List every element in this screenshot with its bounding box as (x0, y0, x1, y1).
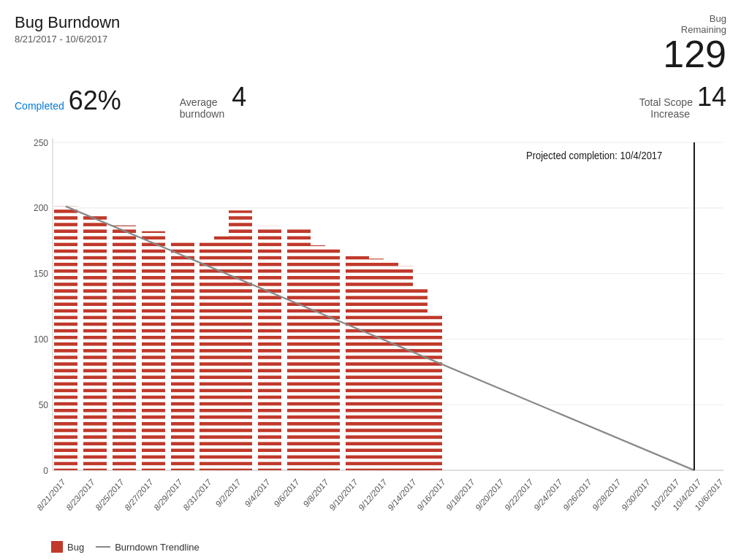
svg-text:150: 150 (34, 267, 48, 279)
avg-burndown-label: Averageburndown (180, 96, 227, 120)
x-label-16: 9/22/2017 (503, 477, 534, 513)
bar-0 (54, 207, 77, 470)
bar-2 (113, 226, 136, 470)
bar-4 (171, 240, 194, 470)
chart-title: Bug Burndown (15, 13, 120, 32)
x-label-19: 9/28/2017 (590, 477, 622, 513)
x-label-4: 8/29/2017 (152, 477, 183, 513)
x-label-1: 8/23/2017 (64, 477, 96, 513)
completed-stat: Completed 62% (15, 85, 121, 116)
trendline-legend-label: Burndown Trendline (115, 542, 200, 553)
x-label-14: 9/18/2017 (444, 477, 476, 513)
main-container: Bug Burndown 8/21/2017 - 10/6/2017 BugRe… (0, 0, 741, 560)
x-label-8: 9/6/2017 (272, 477, 300, 509)
bug-remaining-section: BugRemaining 129 (663, 13, 726, 73)
chart-area: 0 50 100 150 200 250 (15, 130, 726, 537)
bar-3 (142, 231, 165, 470)
header-row: Bug Burndown 8/21/2017 - 10/6/2017 BugRe… (15, 13, 726, 73)
bar-17 (419, 314, 442, 470)
completed-label: Completed (15, 100, 64, 112)
svg-text:0: 0 (43, 464, 48, 476)
chart-svg: 0 50 100 150 200 250 (15, 130, 726, 537)
bar-7 (229, 210, 252, 470)
svg-text:250: 250 (34, 137, 48, 148)
total-scope-label: Total ScopeIncrease (639, 96, 693, 120)
svg-text:50: 50 (39, 399, 48, 410)
bug-legend-label: Bug (67, 542, 84, 553)
avg-burndown-stat: Averageburndown 4 (180, 82, 246, 120)
date-range: 8/21/2017 - 10/6/2017 (15, 34, 120, 45)
x-label-18: 9/26/2017 (561, 477, 593, 513)
x-label-9: 9/8/2017 (301, 477, 330, 509)
x-label-12: 9/14/2017 (386, 477, 417, 513)
x-label-3: 8/27/2017 (123, 477, 154, 513)
x-label-10: 9/10/2017 (327, 477, 359, 513)
x-label-0: 8/21/2017 (35, 477, 66, 513)
bar-8 (258, 226, 281, 470)
svg-text:200: 200 (34, 202, 48, 214)
x-label-2: 8/25/2017 (94, 477, 125, 513)
x-label-17: 9/24/2017 (532, 477, 563, 513)
avg-burndown-value: 4 (232, 82, 246, 112)
total-scope-value: 14 (697, 82, 726, 112)
svg-text:100: 100 (34, 333, 48, 345)
bar-1 (83, 215, 107, 470)
x-label-15: 9/20/2017 (474, 477, 505, 513)
completed-value: 62% (69, 85, 121, 116)
legend-trendline: Burndown Trendline (96, 542, 200, 553)
x-label-7: 9/4/2017 (243, 477, 271, 509)
title-section: Bug Burndown 8/21/2017 - 10/6/2017 (15, 13, 120, 45)
legend: Bug Burndown Trendline (15, 541, 726, 553)
bug-swatch (51, 541, 63, 553)
bug-remaining-value: 129 (663, 35, 726, 73)
x-label-5: 8/31/2017 (181, 477, 213, 513)
legend-bug: Bug (51, 541, 84, 553)
x-label-6: 9/2/2017 (213, 477, 242, 509)
x-label-11: 9/12/2017 (357, 477, 388, 513)
trendline-swatch (96, 546, 110, 548)
x-label-20: 9/30/2017 (620, 477, 651, 513)
projected-completion-label: Projected completion: 10/4/2017 (526, 149, 663, 161)
bar-11 (316, 247, 340, 470)
total-scope-stat: Total ScopeIncrease 14 (639, 82, 726, 120)
x-label-13: 9/16/2017 (415, 477, 446, 513)
stats-row: Completed 62% Averageburndown 4 Total Sc… (15, 82, 726, 120)
bug-remaining-label: BugRemaining (681, 13, 726, 35)
